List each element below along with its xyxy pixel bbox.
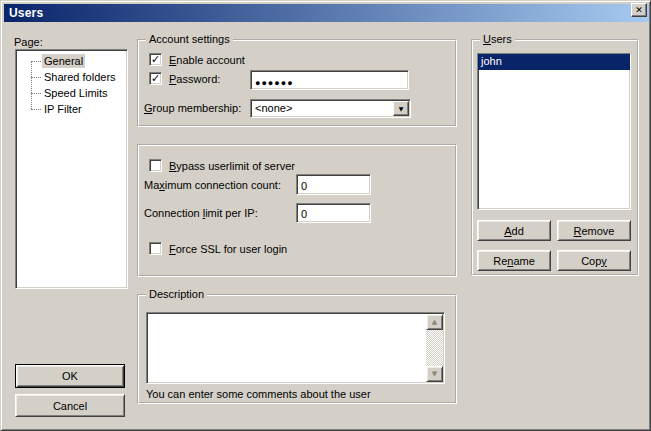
tree-item-label: Shared folders: [42, 70, 118, 84]
scroll-up-button[interactable]: ▲: [426, 314, 443, 330]
description-scrollbar[interactable]: ▲ ▼: [426, 314, 443, 382]
scroll-down-button[interactable]: ▼: [426, 366, 443, 382]
users-group-title: Users: [480, 33, 515, 45]
connection-per-ip-input[interactable]: [296, 203, 371, 223]
remove-button[interactable]: Remove: [557, 220, 631, 241]
enable-account-label: Enable account: [169, 54, 245, 66]
page-tree: General Shared folders Speed Limits IP F…: [15, 49, 128, 289]
max-connection-input[interactable]: [296, 174, 371, 195]
max-connection-label: Maximum connection count:: [144, 179, 281, 191]
list-item-john[interactable]: john: [478, 54, 630, 70]
close-button[interactable]: ✕: [631, 3, 647, 17]
group-membership-value: <none>: [251, 100, 392, 117]
rename-button-label: Rename: [493, 255, 535, 267]
password-input[interactable]: [250, 70, 409, 90]
force-ssl-checkbox[interactable]: [149, 242, 162, 255]
tree-stub-icon: [31, 61, 41, 62]
bypass-userlimit-label: Bypass userlimit of server: [169, 160, 295, 172]
tree-item-shared-folders[interactable]: Shared folders: [16, 69, 127, 85]
tree-item-label: IP Filter: [42, 102, 84, 116]
account-settings-title: Account settings: [146, 33, 233, 45]
remove-button-label: Remove: [574, 225, 615, 237]
page-label: Page:: [14, 36, 43, 48]
description-textarea[interactable]: ▲ ▼: [146, 312, 445, 384]
ok-button-label: OK: [62, 370, 78, 382]
connection-limits-group: Bypass userlimit of server Maximum conne…: [137, 144, 457, 277]
ok-button[interactable]: OK: [15, 364, 125, 388]
group-membership-label: Group membership:: [144, 102, 241, 114]
chevron-down-icon[interactable]: ▼: [393, 101, 409, 116]
tree-stub-icon: [31, 109, 41, 110]
description-group: Description ▲ ▼ You can enter some comme…: [137, 294, 457, 404]
tree-stub-icon: [31, 93, 41, 94]
enable-account-checkbox[interactable]: ✓: [149, 53, 162, 66]
copy-button[interactable]: Copy: [557, 250, 631, 271]
tree-item-label: Speed Limits: [42, 86, 110, 100]
users-group: Users john Add Remove Rename Copy: [471, 39, 639, 276]
tree-item-speed-limits[interactable]: Speed Limits: [16, 85, 127, 101]
add-button-label: Add: [504, 225, 524, 237]
tree-stub-icon: [31, 77, 41, 78]
force-ssl-label: Force SSL for user login: [169, 243, 287, 255]
checkmark-icon: ✓: [151, 73, 160, 84]
cancel-button-label: Cancel: [53, 400, 87, 412]
close-icon: ✕: [635, 5, 643, 15]
arrow-up-icon: ▲: [432, 318, 437, 326]
description-caption: You can enter some comments about the us…: [146, 388, 371, 400]
checkmark-icon: ✓: [151, 54, 160, 65]
group-membership-select[interactable]: <none> ▼: [250, 99, 411, 118]
tree-item-label: General: [42, 54, 85, 68]
description-title: Description: [146, 288, 207, 300]
bypass-userlimit-checkbox[interactable]: [149, 159, 162, 172]
password-checkbox[interactable]: ✓: [149, 72, 162, 85]
copy-button-label: Copy: [581, 255, 607, 267]
arrow-down-icon: ▼: [432, 370, 437, 378]
users-dialog: Users ✕ Page: General Shared folders Spe…: [0, 0, 651, 431]
password-label: Password:: [169, 73, 220, 85]
users-listbox[interactable]: john: [477, 53, 631, 210]
tree-item-ip-filter[interactable]: IP Filter: [16, 101, 127, 117]
add-button[interactable]: Add: [477, 220, 551, 241]
titlebar: Users: [4, 4, 649, 22]
account-settings-group: Account settings ✓ Enable account ✓ Pass…: [137, 39, 457, 127]
rename-button[interactable]: Rename: [477, 250, 551, 271]
cancel-button[interactable]: Cancel: [15, 394, 125, 417]
window-title: Users: [4, 6, 43, 20]
connection-per-ip-label: Connection limit per IP:: [144, 207, 258, 219]
tree-item-general[interactable]: General: [16, 53, 127, 69]
